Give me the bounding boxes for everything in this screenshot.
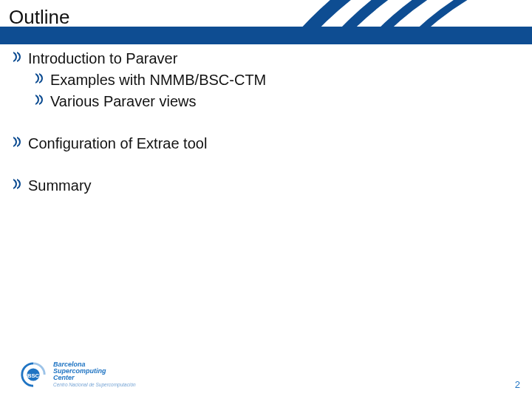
outline-item-text: Summary: [28, 177, 92, 194]
spacer: [12, 155, 502, 176]
slide-title: Outline: [9, 6, 526, 32]
bullet-icon: [34, 72, 46, 84]
outline-item: Summary: [12, 176, 502, 196]
footer-logo: BSC Barcelona Supercomputing Center Cent…: [19, 361, 136, 389]
spacer: [12, 113, 502, 134]
outline-item-text: Introduction to Paraver: [28, 50, 177, 66]
outline-item: Introduction to Paraver: [12, 49, 502, 69]
logo-subtitle: Centro Nacional de Supercomputación: [53, 383, 136, 388]
bullet-icon: [12, 51, 24, 63]
outline-item-text: Configuration of Extrae tool: [28, 135, 207, 151]
outline-content: Introduction to Paraver Examples with NM…: [12, 49, 502, 197]
slide: Outline Introduction to Paraver Examples…: [0, 0, 532, 399]
outline-item-text: Examples with NMMB/BSC-CTM: [50, 72, 266, 88]
bullet-icon: [12, 136, 24, 148]
outline-item-text: Various Paraver views: [50, 93, 196, 109]
outline-subitem: Various Paraver views: [12, 92, 502, 112]
bsc-logo-icon: BSC: [19, 361, 47, 389]
bullet-icon: [34, 94, 46, 106]
outline-item: Configuration of Extrae tool: [12, 134, 502, 154]
logo-name-line: Center: [53, 375, 136, 381]
outline-subitem: Examples with NMMB/BSC-CTM: [12, 70, 502, 90]
logo-text: Barcelona Supercomputing Center Centro N…: [53, 361, 136, 388]
bullet-icon: [12, 178, 24, 190]
page-number: 2: [515, 379, 520, 390]
logo-acronym: BSC: [27, 372, 40, 379]
